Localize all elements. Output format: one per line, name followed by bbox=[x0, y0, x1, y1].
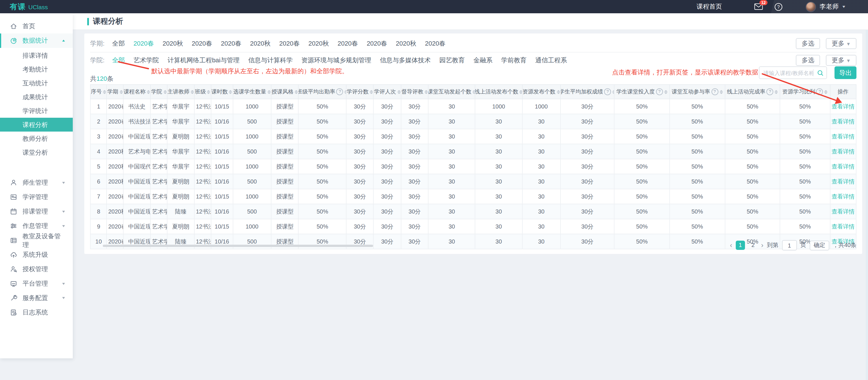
sidebar-item-classroom-device-mgmt[interactable]: 教室及设备管理 bbox=[0, 233, 73, 248]
sort-icon[interactable] bbox=[370, 90, 373, 94]
prev-page-icon[interactable]: ‹ bbox=[730, 241, 732, 250]
view-detail-link[interactable]: 查看详情 bbox=[832, 208, 855, 214]
sidebar-subitem-teacher-analysis[interactable]: 教师分析 bbox=[0, 132, 73, 145]
page-number-input[interactable] bbox=[782, 240, 797, 250]
mail-icon[interactable]: 12 bbox=[754, 3, 763, 10]
semester-option[interactable]: 全部 bbox=[112, 39, 125, 48]
search-input[interactable] bbox=[760, 70, 813, 76]
nav-course-home-link[interactable]: 课程首页 bbox=[696, 2, 722, 11]
help-icon[interactable]: ? bbox=[816, 88, 823, 95]
college-option-selected[interactable]: 全部 bbox=[112, 56, 125, 65]
sort-icon[interactable] bbox=[119, 90, 123, 94]
college-option[interactable]: 园艺教育 bbox=[439, 56, 465, 65]
sidebar-item-log-system[interactable]: 日志系统 bbox=[0, 305, 73, 320]
view-detail-link[interactable]: 查看详情 bbox=[832, 103, 855, 109]
view-detail-link[interactable]: 查看详情 bbox=[832, 133, 855, 139]
semester-option[interactable]: 2020秋 bbox=[308, 39, 329, 48]
view-detail-link[interactable]: 查看详情 bbox=[832, 223, 855, 230]
sidebar-item-teacher-student-mgmt[interactable]: 师生管理▼ bbox=[0, 175, 73, 190]
semester-option[interactable]: 2020秋 bbox=[162, 39, 183, 48]
semester-option[interactable]: 2020春 bbox=[192, 39, 212, 48]
sidebar-item-timetable-mgmt[interactable]: 作息管理▼ bbox=[0, 219, 73, 233]
college-multiselect-button[interactable]: 多选 bbox=[796, 55, 820, 66]
semester-option[interactable]: 2020春 bbox=[221, 39, 241, 48]
sort-icon[interactable] bbox=[147, 90, 150, 94]
sidebar-item-schedule-mgmt[interactable]: 排课管理▼ bbox=[0, 204, 73, 219]
sort-icon[interactable] bbox=[268, 90, 271, 94]
view-detail-link[interactable]: 查看详情 bbox=[832, 193, 855, 199]
college-option[interactable]: 艺术学院 bbox=[133, 56, 159, 65]
sort-icon[interactable] bbox=[473, 90, 475, 94]
sort-icon[interactable] bbox=[774, 90, 778, 94]
college-more-button[interactable]: 更多▼ bbox=[826, 55, 857, 66]
semester-multiselect-button[interactable]: 多选 bbox=[796, 38, 820, 49]
search-icon[interactable] bbox=[814, 70, 827, 76]
view-detail-link[interactable]: 查看详情 bbox=[832, 178, 855, 184]
help-icon[interactable]: ? bbox=[711, 88, 718, 95]
help-icon[interactable]: ? bbox=[604, 88, 611, 95]
college-option[interactable]: 金融系 bbox=[473, 56, 493, 65]
sort-icon[interactable] bbox=[825, 90, 828, 94]
sort-icon[interactable] bbox=[295, 90, 298, 94]
sort-icon[interactable] bbox=[103, 90, 106, 94]
sort-icon[interactable] bbox=[425, 90, 428, 94]
view-detail-link[interactable]: 查看详情 bbox=[832, 118, 855, 124]
semester-option[interactable]: 2020春 bbox=[425, 39, 445, 48]
sidebar-subitem-schedule-detail[interactable]: 排课详情 bbox=[0, 48, 73, 62]
sort-icon[interactable] bbox=[191, 90, 194, 94]
sidebar-item-platform-mgmt[interactable]: 平台管理▼ bbox=[0, 276, 73, 291]
sidebar-item-evaluation-mgmt[interactable]: 学评管理 bbox=[0, 190, 73, 204]
view-detail-link[interactable]: 查看详情 bbox=[832, 148, 855, 154]
page-button-2[interactable]: 2 bbox=[748, 241, 758, 250]
sort-icon[interactable] bbox=[664, 90, 668, 94]
sidebar-subitem-course-analysis[interactable]: 课程分析 bbox=[0, 118, 73, 132]
sidebar-subitem-attendance-stats[interactable]: 考勤统计 bbox=[0, 62, 73, 76]
semester-option[interactable]: 2020春 bbox=[338, 39, 358, 48]
college-option[interactable]: 学前教育 bbox=[501, 56, 527, 65]
view-detail-link[interactable]: 查看详情 bbox=[832, 163, 855, 169]
sidebar-item-system-upgrade[interactable]: 系统升级 bbox=[0, 248, 73, 262]
semester-option[interactable]: 2020春 bbox=[367, 39, 387, 48]
sort-icon[interactable] bbox=[520, 90, 522, 94]
sidebar-item-service-config[interactable]: 服务配置▼ bbox=[0, 291, 73, 305]
sort-icon[interactable] bbox=[163, 90, 166, 94]
semester-option[interactable]: 2020春 bbox=[279, 39, 300, 48]
college-option[interactable]: 信息与多媒体技术 bbox=[380, 56, 431, 65]
user-name[interactable]: 李老师 bbox=[819, 2, 839, 11]
page-button-1[interactable]: 1 bbox=[736, 241, 745, 250]
sort-icon[interactable] bbox=[229, 90, 232, 94]
semester-option[interactable]: 2020秋 bbox=[250, 39, 271, 48]
help-icon[interactable]: ? bbox=[774, 3, 782, 11]
help-icon[interactable]: ? bbox=[336, 88, 343, 95]
app-logo[interactable]: 有课 UClass bbox=[0, 1, 48, 12]
table-cell: 30 bbox=[475, 234, 522, 249]
sort-icon[interactable] bbox=[207, 90, 211, 94]
semester-more-button[interactable]: 更多▼ bbox=[826, 38, 857, 49]
sort-icon[interactable] bbox=[612, 90, 614, 94]
next-page-icon[interactable]: › bbox=[761, 241, 764, 250]
semester-option-selected[interactable]: 2020春 bbox=[133, 39, 154, 48]
college-option[interactable]: 计算机网络工程bai与管理 bbox=[167, 56, 239, 65]
college-option[interactable]: 资源环境与城乡规划管理 bbox=[302, 56, 371, 65]
page-confirm-button[interactable]: 确定 bbox=[810, 240, 829, 250]
page-scrollbar[interactable] bbox=[866, 13, 868, 380]
college-option[interactable]: 信息与计算科学 bbox=[248, 56, 293, 65]
sort-icon[interactable] bbox=[397, 90, 401, 94]
sidebar-item-home[interactable]: 首页 bbox=[0, 19, 73, 33]
horizontal-scrollbar-thumb[interactable] bbox=[103, 245, 373, 247]
sort-icon[interactable] bbox=[557, 90, 560, 94]
user-avatar[interactable] bbox=[806, 1, 816, 12]
sidebar-subitem-class-analysis[interactable]: 课堂分析 bbox=[0, 145, 73, 159]
sidebar-item-data-stats[interactable]: 数据统计▲ bbox=[0, 33, 73, 48]
sidebar-item-authorization-mgmt[interactable]: 授权管理 bbox=[0, 262, 73, 276]
college-option[interactable]: 通信工程系 bbox=[535, 56, 567, 65]
sort-icon[interactable] bbox=[719, 90, 723, 94]
sidebar-subitem-interaction-stats[interactable]: 互动统计 bbox=[0, 76, 73, 90]
semester-option[interactable]: 2020秋 bbox=[396, 39, 416, 48]
help-icon[interactable]: ? bbox=[766, 88, 773, 95]
user-menu-chevron-down-icon[interactable]: ▼ bbox=[841, 5, 846, 9]
sidebar-subitem-evaluation-stats[interactable]: 学评统计 bbox=[0, 104, 73, 118]
export-button[interactable]: 导出 bbox=[835, 66, 857, 79]
sidebar-subitem-achievement-stats[interactable]: 成果统计 bbox=[0, 90, 73, 104]
help-icon[interactable]: ? bbox=[656, 88, 663, 95]
